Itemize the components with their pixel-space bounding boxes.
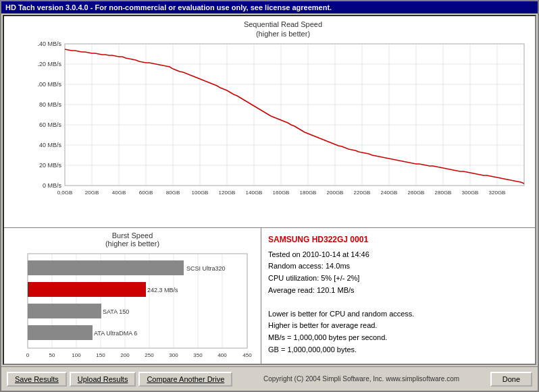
svg-text:SATA 150: SATA 150 <box>103 308 129 315</box>
compare-another-drive-button[interactable]: Compare Another Drive <box>138 372 232 387</box>
save-results-button[interactable]: Save Results <box>7 372 67 387</box>
svg-text:140GB: 140GB <box>246 190 263 196</box>
svg-text:120 MB/s: 120 MB/s <box>38 61 61 67</box>
main-window: HD Tach version 3.0.4.0 - For non-commer… <box>0 0 539 392</box>
info-line8: MB/s = 1,000,000 bytes per second. <box>268 332 528 344</box>
done-button[interactable]: Done <box>490 372 532 387</box>
info-line9: GB = 1,000,000,000 bytes. <box>268 344 528 356</box>
burst-chart-area: Burst Speed (higher is better) <box>4 228 261 365</box>
info-line2: Random access: 14.0ms <box>268 260 528 273</box>
svg-text:100 MB/s: 100 MB/s <box>38 81 61 88</box>
svg-text:450: 450 <box>242 352 252 358</box>
svg-text:0 MB/s: 0 MB/s <box>43 182 62 189</box>
svg-text:140 MB/s: 140 MB/s <box>38 40 61 47</box>
svg-text:242.3 MB/s: 242.3 MB/s <box>147 287 178 293</box>
svg-text:320GB: 320GB <box>489 190 506 196</box>
svg-rect-67 <box>28 304 101 318</box>
burst-chart-svg: SCSI Ultra320 242.3 MB/s SATA 150 ATA Ul… <box>7 250 257 365</box>
svg-text:40 MB/s: 40 MB/s <box>39 142 62 148</box>
svg-rect-62 <box>28 260 184 275</box>
svg-text:150: 150 <box>96 352 105 358</box>
svg-text:220GB: 220GB <box>354 190 371 196</box>
content-area: Sequential Read Speed (higher is better) <box>3 15 536 365</box>
svg-text:300GB: 300GB <box>462 190 479 196</box>
svg-rect-65 <box>28 282 146 297</box>
svg-text:400: 400 <box>217 352 227 358</box>
footer: Save Results Upload Results Compare Anot… <box>1 366 538 391</box>
svg-text:60 MB/s: 60 MB/s <box>39 121 62 128</box>
sequential-chart-area: Sequential Read Speed (higher is better) <box>4 16 535 228</box>
svg-text:300: 300 <box>169 352 178 358</box>
svg-text:250: 250 <box>145 352 154 358</box>
svg-text:180GB: 180GB <box>300 190 317 196</box>
svg-rect-63 <box>184 260 184 275</box>
svg-text:0: 0 <box>26 352 30 358</box>
title-bar: HD Tach version 3.0.4.0 - For non-commer… <box>1 1 538 13</box>
svg-rect-69 <box>28 325 93 340</box>
svg-text:260GB: 260GB <box>408 190 425 196</box>
sequential-chart-title: Sequential Read Speed (higher is better) <box>38 20 528 39</box>
bottom-area: Burst Speed (higher is better) <box>4 228 535 365</box>
svg-text:280GB: 280GB <box>435 190 452 196</box>
window-title: HD Tach version 3.0.4.0 - For non-commer… <box>5 3 332 11</box>
footer-copyright: Copyright (C) 2004 Simpli Software, Inc.… <box>235 375 487 383</box>
svg-text:0,0GB: 0,0GB <box>57 190 73 196</box>
info-area: SAMSUNG HD322GJ 0001 Tested on 2010-10-1… <box>261 228 535 365</box>
svg-text:60GB: 60GB <box>139 190 153 196</box>
svg-text:160GB: 160GB <box>273 190 290 196</box>
upload-results-button[interactable]: Upload Results <box>70 372 136 387</box>
burst-chart-title: Burst Speed (higher is better) <box>7 231 257 248</box>
svg-text:200GB: 200GB <box>327 190 344 196</box>
svg-text:240GB: 240GB <box>381 190 398 196</box>
svg-text:SCSI Ultra320: SCSI Ultra320 <box>186 265 226 272</box>
info-line6: Lower is better for CPU and random acces… <box>268 308 528 320</box>
svg-text:200: 200 <box>120 352 130 358</box>
svg-text:120GB: 120GB <box>219 190 236 196</box>
svg-text:350: 350 <box>193 352 203 358</box>
svg-text:80 MB/s: 80 MB/s <box>39 101 62 108</box>
svg-text:50: 50 <box>49 352 55 358</box>
svg-text:20GB: 20GB <box>85 190 99 196</box>
info-line7: Higher is better for average read. <box>268 320 528 332</box>
info-line3: CPU utilization: 5% [+/- 2%] <box>268 273 528 285</box>
info-line1: Tested on 2010-10-14 at 14:46 <box>268 249 528 261</box>
svg-text:40GB: 40GB <box>112 190 126 196</box>
drive-name: SAMSUNG HD322GJ 0001 <box>268 233 528 246</box>
svg-text:100: 100 <box>72 352 81 358</box>
svg-text:20 MB/s: 20 MB/s <box>39 162 62 169</box>
svg-text:ATA UltraDMA 6: ATA UltraDMA 6 <box>94 330 137 337</box>
svg-text:100GB: 100GB <box>192 190 209 196</box>
svg-rect-0 <box>65 44 524 186</box>
svg-text:80GB: 80GB <box>166 190 180 196</box>
info-line4: Average read: 120.1 MB/s <box>268 285 528 297</box>
sequential-chart-svg: 0 MB/s 20 MB/s 40 MB/s 60 MB/s 80 MB/s 1… <box>38 40 531 211</box>
